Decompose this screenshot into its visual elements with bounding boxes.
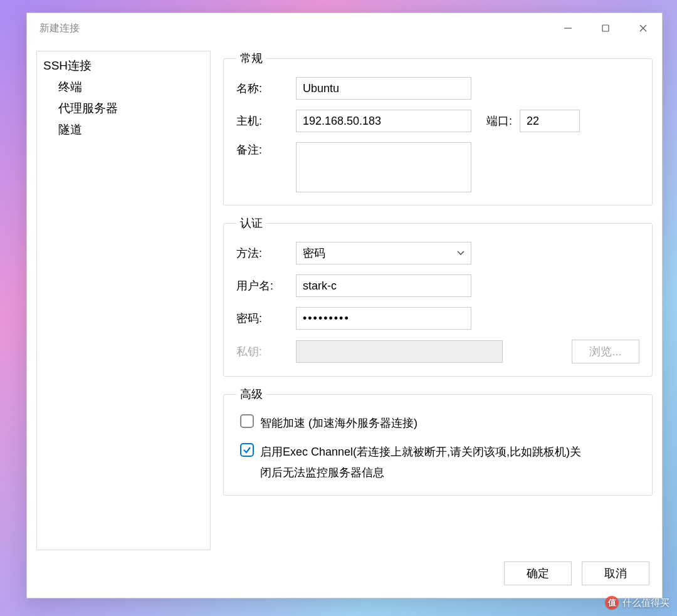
dialog-footer: 确定 取消 [27, 550, 662, 598]
check-icon [243, 446, 251, 454]
main-panel: 常规 名称: 主机: 端口: 备注: 认证 [223, 51, 653, 550]
new-connection-dialog: 新建连接 SSH连接 终端 代理服务器 隧道 常规 名称: [26, 13, 663, 598]
svg-rect-1 [602, 25, 609, 31]
ok-button[interactable]: 确定 [504, 561, 572, 585]
general-legend: 常规 [236, 51, 266, 66]
method-select[interactable]: 密码 [296, 242, 471, 264]
general-fieldset: 常规 名称: 主机: 端口: 备注: [223, 51, 653, 206]
privkey-label: 私钥: [236, 344, 296, 359]
minimize-button[interactable] [549, 13, 587, 43]
sidebar-item-ssh[interactable]: SSH连接 [37, 55, 210, 76]
close-icon [639, 24, 648, 33]
note-textarea[interactable] [296, 142, 471, 192]
close-button[interactable] [624, 13, 662, 43]
titlebar: 新建连接 [27, 13, 662, 43]
dialog-content: SSH连接 终端 代理服务器 隧道 常规 名称: 主机: 端口: 备注: [27, 43, 662, 550]
name-input[interactable] [296, 77, 471, 100]
browse-button: 浏览... [572, 340, 639, 363]
advanced-legend: 高级 [236, 387, 266, 402]
sidebar-item-terminal[interactable]: 终端 [37, 76, 210, 98]
exec-channel-checkbox[interactable] [240, 443, 254, 457]
port-label: 端口: [486, 113, 512, 128]
note-label: 备注: [236, 142, 296, 157]
method-label: 方法: [236, 246, 296, 261]
name-label: 名称: [236, 81, 296, 96]
auth-legend: 认证 [236, 216, 266, 231]
password-label: 密码: [236, 311, 296, 326]
password-input[interactable] [296, 307, 471, 330]
titlebar-buttons [549, 13, 662, 43]
privkey-input [296, 340, 503, 363]
username-input[interactable] [296, 274, 471, 297]
sidebar-item-proxy[interactable]: 代理服务器 [37, 98, 210, 119]
smart-accel-label: 智能加速 (加速海外服务器连接) [260, 413, 417, 433]
watermark: 值 什么值得买 [605, 596, 669, 610]
exec-channel-label: 启用Exec Channel(若连接上就被断开,请关闭该项,比如跳板机)关闭后无… [260, 442, 586, 483]
port-input[interactable] [520, 110, 580, 132]
window-title: 新建连接 [39, 22, 80, 35]
sidebar-item-tunnel[interactable]: 隧道 [37, 119, 210, 140]
auth-fieldset: 认证 方法: 密码 用户名: [223, 216, 653, 377]
watermark-text: 什么值得买 [622, 597, 669, 609]
host-label: 主机: [236, 113, 296, 128]
cancel-button[interactable]: 取消 [582, 561, 649, 585]
maximize-button[interactable] [587, 13, 624, 43]
sidebar: SSH连接 终端 代理服务器 隧道 [36, 51, 211, 550]
host-input[interactable] [296, 110, 471, 132]
maximize-icon [601, 24, 610, 33]
username-label: 用户名: [236, 278, 296, 293]
minimize-icon [564, 24, 572, 33]
advanced-fieldset: 高级 智能加速 (加速海外服务器连接) 启用Exec Channel(若连接上就… [223, 387, 653, 496]
smart-accel-checkbox[interactable] [240, 414, 254, 428]
watermark-badge: 值 [605, 596, 619, 610]
